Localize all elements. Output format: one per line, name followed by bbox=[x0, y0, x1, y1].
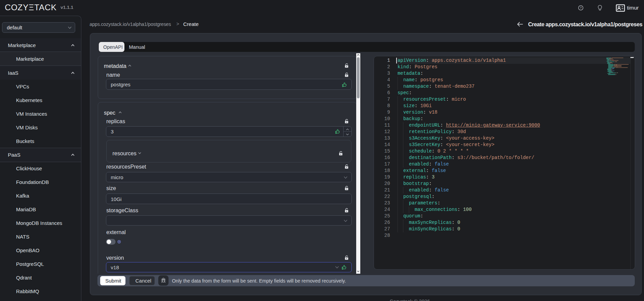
svg-text:?: ? bbox=[580, 6, 581, 10]
